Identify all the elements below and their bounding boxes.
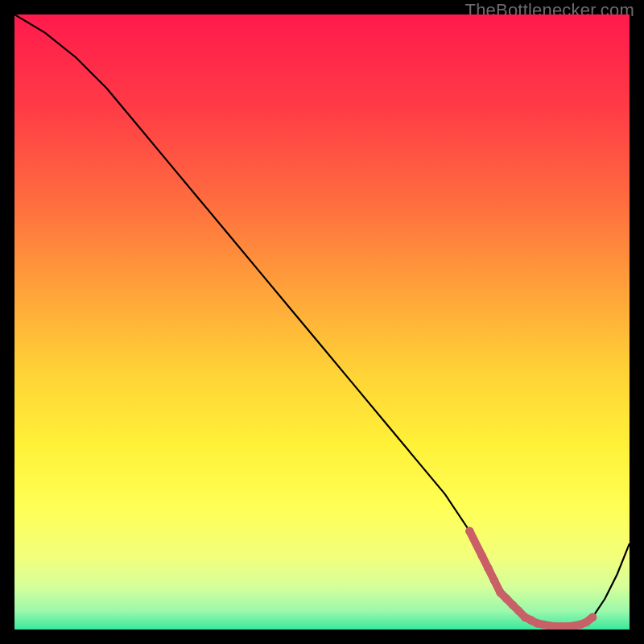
curve-marker — [514, 607, 522, 615]
curve-marker — [509, 601, 517, 609]
curve-marker — [490, 576, 498, 584]
curve-marker — [484, 564, 492, 572]
curve-marker — [477, 551, 485, 559]
chart-stage: TheBottlenecker.com — [0, 0, 644, 644]
gradient-background — [14, 14, 630, 630]
curve-marker — [502, 595, 510, 603]
curve-marker — [588, 613, 597, 621]
curve-marker — [496, 588, 504, 597]
gradient-plot — [14, 14, 630, 630]
curve-marker — [465, 527, 473, 535]
